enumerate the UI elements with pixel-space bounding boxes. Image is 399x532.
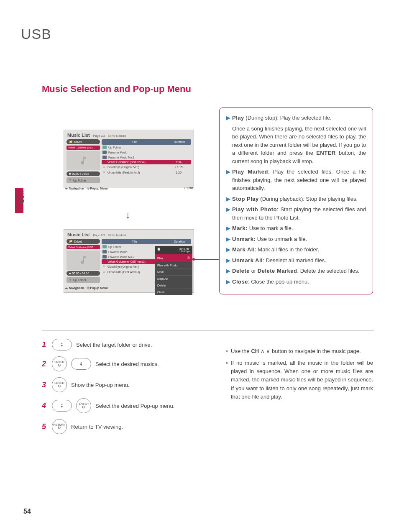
popup-item-play: Playⓞ: [155, 254, 192, 262]
music-list-marked: ☑ No Marked: [108, 134, 126, 138]
list-item-selected: Velvet Goldmine (OST vers2)1:34: [102, 160, 191, 164]
down-arrow-icon: ↓: [125, 209, 130, 221]
step-2: 2 ENTER⊙ ▴▾ Select the desired musics.: [42, 356, 209, 371]
return-button-icon: RETURN↻: [52, 419, 67, 434]
list-item: Favorite Music No.2: [102, 155, 191, 160]
enter-button-icon: ENTER⊙: [76, 398, 91, 413]
enter-button-icon: ENTER⊙: [52, 377, 67, 392]
sidebar-section-label: USB: [18, 190, 25, 204]
popup-item-close: Close: [155, 289, 192, 295]
playback-time: ■ 00:00 / 04:16: [66, 171, 100, 176]
list-item: ≡Good Bye (Original Ver.)♪ 1:15: [102, 164, 191, 170]
popup-item-play-with-photo: Play with Photo: [155, 262, 192, 269]
music-list-screenshot-1: Music List Page 2/3 ☑ No Marked 📁 Drive1…: [64, 130, 194, 188]
music-thumbnail: [66, 251, 100, 270]
table-header: TitleDuration: [102, 239, 191, 244]
music-list-page: Page 2/3: [93, 134, 105, 137]
step-3: 3 ENTER⊙ Show the Pop-up menu.: [42, 377, 209, 392]
list-item: ≡Urban Nite (Feat.Amin.J)1:20: [102, 170, 191, 175]
drive-selected-item: Velvet Goldmine (OST...: [66, 146, 100, 150]
music-list-heading: Music List: [67, 133, 90, 138]
list-item: Up Folder: [102, 145, 191, 150]
screenshot-footer: ◂▸ Navigation ⓞ Popup Menu ↩ Exit: [64, 185, 194, 191]
drive-selected-item: Velvet Goldmine (OST...: [66, 245, 100, 249]
up-folder-button: ↰ Up Folder: [66, 177, 100, 183]
popup-item-mark-all: Mark All: [155, 275, 192, 282]
nav-button-icon: ▴▾: [52, 339, 72, 350]
steps-list: 1 ▴▾ Select the target folder or drive. …: [42, 333, 209, 440]
nav-button-icon: ▴▾: [52, 400, 72, 412]
step-5: 5 RETURN↻ Return to TV viewing.: [42, 419, 209, 434]
step-1: 1 ▴▾ Select the target folder or drive.: [42, 339, 209, 350]
drive-label: 📁 Drive1: [66, 239, 100, 244]
callout-connector: [194, 259, 220, 260]
nav-button-icon: ▴▾: [71, 358, 91, 370]
drive-label: 📁 Drive1: [66, 139, 100, 144]
table-header: TitleDuration: [102, 139, 191, 145]
music-list-marked: ☑ No Marked: [108, 234, 126, 237]
popup-file-info: 📄 3945 KB128 Kbps: [155, 246, 192, 254]
page-title: USB: [21, 26, 51, 42]
usage-notes: ■Use the CH ∧ ∨ button to navigate in th…: [226, 347, 373, 404]
step-4: 4 ▴▾ ENTER⊙ Select the desired Pop-up me…: [42, 398, 209, 413]
section-divider: [42, 330, 374, 331]
section-title: Music Selection and Pop-up Menu: [42, 84, 191, 95]
popup-menu: 📄 3945 KB128 Kbps Playⓞ Play with Photo …: [155, 246, 192, 295]
music-list-page: Page 2/3: [93, 234, 105, 237]
list-item: Favorite Music: [102, 150, 191, 155]
popup-item-delete: Delete: [155, 282, 192, 289]
playback-time: ■ 00:00 / 04:16: [66, 271, 100, 276]
popup-item-mark: Mark: [155, 269, 192, 275]
enter-button-icon: ENTER⊙: [52, 356, 67, 371]
music-list-heading: Music List: [67, 232, 90, 237]
up-folder-button: ↰ Up Folder: [66, 277, 100, 283]
page-number: 54: [23, 508, 31, 515]
popup-descriptions-box: ▶Play (During stop): Play the selected f…: [219, 107, 373, 294]
music-thumbnail: [66, 151, 100, 170]
